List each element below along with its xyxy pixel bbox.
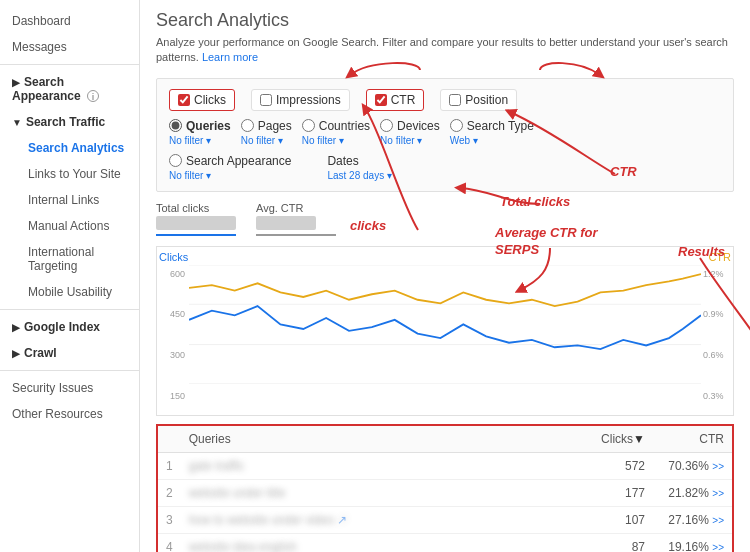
main-content: Search Analytics Analyze your performanc… bbox=[140, 0, 750, 552]
searchappearance-radio[interactable] bbox=[169, 154, 182, 167]
searchappearance-filter[interactable]: No filter ▾ bbox=[169, 170, 211, 181]
table-wrapper: Queries Clicks▼ CTR 1 gate traffic 572 7… bbox=[156, 424, 734, 552]
total-clicks-label: Total clicks bbox=[156, 202, 236, 214]
query-4: website idea english bbox=[181, 533, 573, 552]
col-num bbox=[157, 425, 181, 453]
table-row: 2 website under title 177 21.82% >> bbox=[157, 479, 733, 506]
searchtype-radio[interactable] bbox=[450, 119, 463, 132]
stats-row: Total clicks Avg. CTR bbox=[156, 202, 734, 236]
sidebar-item-other[interactable]: Other Resources bbox=[0, 401, 139, 427]
info-icon: i bbox=[87, 90, 99, 102]
pages-radio[interactable] bbox=[241, 119, 254, 132]
chart-left-label: Clicks bbox=[159, 251, 188, 263]
searchtype-radio-group: Search Type Web ▾ bbox=[450, 119, 534, 146]
learn-more-link[interactable]: Learn more bbox=[202, 51, 258, 63]
page-title: Search Analytics bbox=[156, 10, 734, 31]
data-table: Queries Clicks▼ CTR 1 gate traffic 572 7… bbox=[156, 424, 734, 552]
countries-radio-label[interactable]: Countries No filter ▾ bbox=[302, 119, 370, 146]
queries-radio-group: Queries No filter ▾ bbox=[169, 119, 231, 146]
position-checkbox[interactable]: Position bbox=[440, 89, 517, 111]
queries-radio[interactable] bbox=[169, 119, 182, 132]
queries-filter[interactable]: No filter ▾ bbox=[169, 135, 211, 146]
query-2: website under title bbox=[181, 479, 573, 506]
ctr-checkbox-input[interactable] bbox=[375, 94, 387, 106]
devices-radio-label[interactable]: Devices No filter ▾ bbox=[380, 119, 440, 146]
clicks-checkbox-input[interactable] bbox=[178, 94, 190, 106]
clicks-checkbox[interactable]: Clicks bbox=[169, 89, 235, 111]
searchtype-radio-label[interactable]: Search Type Web ▾ bbox=[450, 119, 534, 146]
sort-arrow: ▼ bbox=[633, 432, 645, 446]
position-checkbox-input[interactable] bbox=[449, 94, 461, 106]
ctr-1: 70.36% >> bbox=[653, 452, 733, 479]
ctr-2: 21.82% >> bbox=[653, 479, 733, 506]
row-num-4: 4 bbox=[157, 533, 181, 552]
pages-radio-label[interactable]: Pages No filter ▾ bbox=[241, 119, 292, 146]
countries-filter[interactable]: No filter ▾ bbox=[302, 135, 344, 146]
y-axis-right: 1.2% 0.9% 0.6% 0.3% bbox=[703, 269, 731, 401]
sidebar-item-dashboard[interactable]: Dashboard bbox=[0, 8, 139, 34]
avg-ctr-label: Avg. CTR bbox=[256, 202, 336, 214]
arrow-icon-3: ▶ bbox=[12, 348, 20, 359]
arrow-down-icon: ▼ bbox=[12, 117, 22, 128]
clicks-4: 87 bbox=[573, 533, 653, 552]
searchappearance-label: Search Appearance bbox=[186, 154, 291, 168]
devices-radio[interactable] bbox=[380, 119, 393, 132]
searchtype-filter[interactable]: Web ▾ bbox=[450, 135, 478, 146]
countries-label: Countries bbox=[319, 119, 370, 133]
clicks-1: 572 bbox=[573, 452, 653, 479]
countries-radio-group: Countries No filter ▾ bbox=[302, 119, 370, 146]
sidebar-item-search-traffic[interactable]: ▼Search Traffic bbox=[0, 109, 139, 135]
sidebar-item-manual-actions[interactable]: Manual Actions bbox=[0, 213, 139, 239]
dates-group: Dates Last 28 days ▾ bbox=[327, 154, 391, 181]
sidebar-item-internal-links[interactable]: Internal Links bbox=[0, 187, 139, 213]
sidebar-divider-3 bbox=[0, 370, 139, 371]
table-body: 1 gate traffic 572 70.36% >> 2 website u… bbox=[157, 452, 733, 552]
searchappearance-radio-label[interactable]: Search Appearance No filter ▾ bbox=[169, 154, 291, 181]
chevron-icon-3[interactable]: >> bbox=[712, 515, 724, 526]
col-ctr[interactable]: CTR bbox=[653, 425, 733, 453]
sidebar-item-search-analytics[interactable]: Search Analytics bbox=[0, 135, 139, 161]
dates-filter[interactable]: Last 28 days ▾ bbox=[327, 170, 391, 181]
chevron-icon-1[interactable]: >> bbox=[712, 461, 724, 472]
impressions-checkbox-input[interactable] bbox=[260, 94, 272, 106]
sidebar-item-links[interactable]: Links to Your Site bbox=[0, 161, 139, 187]
table-row: 3 how to website under video ↗ 107 27.16… bbox=[157, 506, 733, 533]
clicks-line bbox=[189, 306, 701, 349]
table-row: 1 gate traffic 572 70.36% >> bbox=[157, 452, 733, 479]
sidebar-item-security[interactable]: Security Issues bbox=[0, 375, 139, 401]
sidebar-item-google-index[interactable]: ▶Google Index bbox=[0, 314, 139, 340]
second-filter-row: Search Appearance No filter ▾ Dates Last… bbox=[169, 154, 721, 181]
sidebar-item-mobile[interactable]: Mobile Usability bbox=[0, 279, 139, 305]
arrow-icon-2: ▶ bbox=[12, 322, 20, 333]
main-panel: Search Analytics Analyze your performanc… bbox=[140, 0, 750, 552]
dates-label: Dates bbox=[327, 154, 358, 168]
chevron-icon-2[interactable]: >> bbox=[712, 488, 724, 499]
avg-ctr-value bbox=[256, 216, 316, 230]
table-row: 4 website idea english 87 19.16% >> bbox=[157, 533, 733, 552]
clicks-3: 107 bbox=[573, 506, 653, 533]
devices-filter[interactable]: No filter ▾ bbox=[380, 135, 422, 146]
row-num-1: 1 bbox=[157, 452, 181, 479]
col-clicks[interactable]: Clicks▼ bbox=[573, 425, 653, 453]
table-header: Queries Clicks▼ CTR bbox=[157, 425, 733, 453]
chevron-icon-4[interactable]: >> bbox=[712, 542, 724, 552]
filter-bar: Clicks Impressions CTR Position Querie bbox=[156, 78, 734, 192]
sidebar-item-crawl[interactable]: ▶Crawl bbox=[0, 340, 139, 366]
impressions-checkbox[interactable]: Impressions bbox=[251, 89, 350, 111]
query-1: gate traffic bbox=[181, 452, 573, 479]
sidebar-item-search-appearance[interactable]: ▶Search Appearance i bbox=[0, 69, 139, 109]
queries-radio-label[interactable]: Queries No filter ▾ bbox=[169, 119, 231, 146]
col-queries[interactable]: Queries bbox=[181, 425, 573, 453]
pages-filter[interactable]: No filter ▾ bbox=[241, 135, 283, 146]
ctr-line bbox=[189, 274, 701, 306]
devices-label: Devices bbox=[397, 119, 440, 133]
sidebar-item-messages[interactable]: Messages bbox=[0, 34, 139, 60]
countries-radio[interactable] bbox=[302, 119, 315, 132]
pages-label: Pages bbox=[258, 119, 292, 133]
sidebar-item-international[interactable]: International Targeting bbox=[0, 239, 139, 279]
sidebar-divider-2 bbox=[0, 309, 139, 310]
ctr-checkbox[interactable]: CTR bbox=[366, 89, 425, 111]
searchappearance-radio-group: Search Appearance No filter ▾ bbox=[169, 154, 291, 181]
ctr-4: 19.16% >> bbox=[653, 533, 733, 552]
total-clicks-value bbox=[156, 216, 236, 230]
